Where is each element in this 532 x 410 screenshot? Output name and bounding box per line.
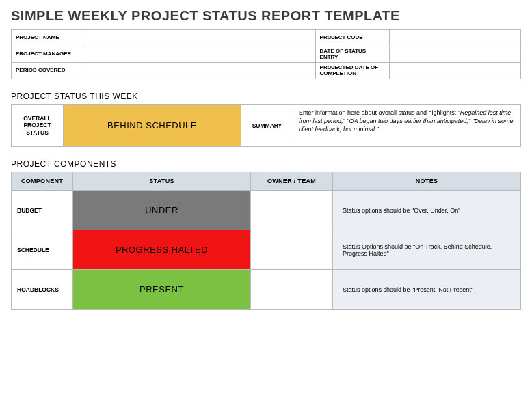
project-info-table: PROJECT NAME PROJECT CODE PROJECT MANAGE… [11, 29, 521, 79]
component-status[interactable]: PROGRESS HALTED [73, 230, 251, 270]
projected-date-label: PROJECTED DATE OF COMPLETION [315, 63, 389, 79]
project-name-label: PROJECT NAME [12, 30, 85, 46]
page-title: SIMPLE WEEKLY PROJECT STATUS REPORT TEMP… [11, 8, 521, 24]
overall-status-value[interactable]: BEHIND SCHEDULE [64, 105, 241, 147]
component-notes[interactable]: Status options should be "Over, Under, O… [333, 191, 521, 230]
table-row: BUDGETUNDERStatus options should be "Ove… [12, 191, 521, 230]
component-owner[interactable] [251, 191, 333, 230]
component-owner[interactable] [251, 230, 333, 270]
col-notes: NOTES [333, 172, 521, 191]
col-status: STATUS [73, 172, 251, 191]
components-table: COMPONENT STATUS OWNER / TEAM NOTES BUDG… [11, 172, 521, 310]
period-covered-label: PERIOD COVERED [12, 63, 85, 79]
summary-intro: Enter information here about overall sta… [299, 109, 458, 116]
component-label: ROADBLOCKS [12, 270, 73, 310]
component-status[interactable]: PRESENT [73, 270, 251, 310]
component-label: SCHEDULE [12, 230, 73, 270]
status-week-heading: PROJECT STATUS THIS WEEK [11, 92, 521, 101]
overall-status-label: OVERALL PROJECT STATUS [12, 105, 64, 147]
project-manager-value[interactable] [85, 46, 315, 63]
table-row: ROADBLOCKSPRESENTStatus options should b… [12, 270, 521, 310]
table-row: SCHEDULEPROGRESS HALTEDStatus Options sh… [12, 230, 521, 270]
summary-label: SUMMARY [241, 105, 293, 147]
components-heading: PROJECT COMPONENTS [11, 159, 521, 169]
project-code-value[interactable] [389, 30, 520, 46]
date-status-label: DATE OF STATUS ENTRY [315, 46, 389, 63]
component-owner[interactable] [251, 270, 333, 310]
project-code-label: PROJECT CODE [315, 30, 389, 46]
period-covered-value[interactable] [85, 63, 315, 79]
col-owner: OWNER / TEAM [251, 172, 333, 191]
col-component: COMPONENT [12, 172, 73, 191]
component-notes[interactable]: Status options should be "Present, Not P… [333, 270, 521, 310]
summary-value[interactable]: Enter information here about overall sta… [293, 105, 521, 147]
project-manager-label: PROJECT MANAGER [12, 46, 85, 63]
project-name-value[interactable] [85, 30, 315, 46]
component-label: BUDGET [12, 191, 73, 230]
date-status-value[interactable] [389, 46, 520, 63]
status-week-table: OVERALL PROJECT STATUS BEHIND SCHEDULE S… [11, 104, 521, 147]
component-notes[interactable]: Status Options should be "On Track, Behi… [333, 230, 521, 270]
component-status[interactable]: UNDER [73, 191, 251, 230]
projected-date-value[interactable] [389, 63, 520, 79]
